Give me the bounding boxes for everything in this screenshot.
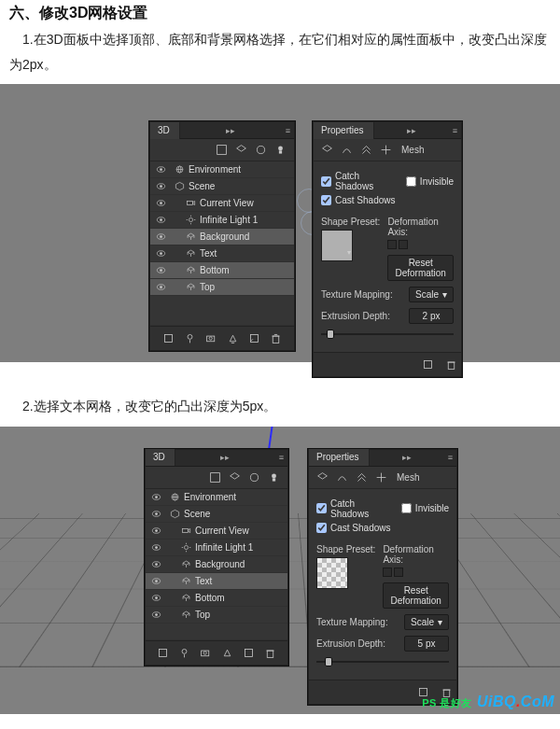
- visibility-eye-icon[interactable]: [154, 265, 167, 275]
- footer-light-icon[interactable]: [178, 647, 190, 659]
- footer-camera-icon[interactable]: [205, 332, 217, 344]
- panel-properties-tab[interactable]: Properties: [309, 449, 370, 466]
- panel-properties[interactable]: Properties ▸▸ ≡ Mesh Catch Shadows Invis…: [308, 449, 457, 705]
- visibility-eye-icon[interactable]: [149, 526, 162, 536]
- extrusion-depth-slider[interactable]: [321, 329, 454, 339]
- panel-3d-tab[interactable]: 3D: [146, 449, 175, 466]
- footer-light-icon[interactable]: [184, 332, 196, 344]
- layer-row-scene[interactable]: Scene: [150, 178, 294, 195]
- axis-anchor-icon[interactable]: [387, 240, 397, 249]
- prop-mesh-icon[interactable]: [321, 144, 333, 156]
- visibility-eye-icon[interactable]: [149, 559, 162, 569]
- panel-menu-icon[interactable]: ≡: [453, 126, 457, 135]
- invisible-checkbox[interactable]: Invisible: [401, 503, 449, 513]
- filter-all-icon[interactable]: [209, 471, 221, 484]
- axis-anchor-icon[interactable]: [383, 568, 392, 577]
- footer-new-icon[interactable]: [248, 332, 260, 344]
- visibility-eye-icon[interactable]: [154, 215, 167, 225]
- catch-shadows-checkbox[interactable]: Catch Shadows: [321, 171, 391, 191]
- layer-row-bottom[interactable]: Bottom: [150, 262, 294, 279]
- filter-mesh-icon[interactable]: [229, 471, 241, 484]
- cast-shadows-checkbox[interactable]: Cast Shadows: [321, 195, 395, 205]
- layer-row-environment[interactable]: Environment: [146, 489, 287, 506]
- visibility-eye-icon[interactable]: [149, 542, 162, 553]
- layer-row-infinite-light-1[interactable]: Infinite Light 1: [146, 540, 287, 556]
- filter-material-icon[interactable]: [255, 144, 267, 156]
- footer-render-icon[interactable]: [157, 647, 169, 659]
- extrusion-depth-input[interactable]: 2 px: [409, 308, 454, 324]
- deformation-axis-label: Deformation Axis:: [387, 217, 454, 237]
- visibility-eye-icon[interactable]: [154, 181, 167, 191]
- prop-mesh-icon[interactable]: [316, 471, 329, 484]
- panel-menu-icon[interactable]: ≡: [279, 453, 284, 462]
- footer-render-icon[interactable]: [162, 332, 175, 344]
- panel-collapse-icon[interactable]: ▸▸: [407, 126, 416, 135]
- prop-deform-icon[interactable]: [341, 144, 353, 156]
- layer-row-current-view[interactable]: Current View: [146, 523, 287, 540]
- layer-row-top[interactable]: Top: [150, 279, 294, 296]
- axis-anchor-icon[interactable]: [399, 240, 408, 249]
- footer-trash-icon[interactable]: [264, 647, 276, 659]
- footer-trash-icon[interactable]: [445, 358, 457, 371]
- visibility-eye-icon[interactable]: [149, 492, 162, 502]
- layer-row-background[interactable]: Background: [146, 556, 287, 573]
- visibility-eye-icon[interactable]: [149, 593, 162, 603]
- panel-3d[interactable]: 3D ▸▸ ≡ EnvironmentSceneCurrent ViewInfi…: [145, 449, 288, 666]
- visibility-eye-icon[interactable]: [154, 248, 167, 259]
- reset-deformation-button[interactable]: Reset Deformation: [383, 582, 449, 609]
- panel-collapse-icon[interactable]: ▸▸: [220, 453, 230, 462]
- shape-preset-dropdown-icon[interactable]: ▾: [347, 230, 351, 261]
- panel-menu-icon[interactable]: ≡: [448, 453, 453, 462]
- prop-cap-icon[interactable]: [360, 144, 372, 156]
- visibility-eye-icon[interactable]: [149, 610, 162, 620]
- footer-camera-icon[interactable]: [200, 647, 212, 659]
- visibility-eye-icon[interactable]: [154, 198, 167, 208]
- layer-row-bottom[interactable]: Bottom: [146, 590, 287, 607]
- layer-row-current-view[interactable]: Current View: [150, 195, 294, 212]
- reset-deformation-button[interactable]: Reset Deformation: [387, 255, 454, 281]
- texture-mapping-select[interactable]: Scale▾: [409, 287, 454, 302]
- panel-3d-tab[interactable]: 3D: [150, 122, 180, 139]
- panel-properties-tab[interactable]: Properties: [314, 122, 374, 139]
- visibility-eye-icon[interactable]: [149, 509, 162, 519]
- layer-row-text[interactable]: Text: [150, 245, 294, 262]
- visibility-eye-icon[interactable]: [154, 282, 167, 292]
- layer-row-environment[interactable]: Environment: [150, 161, 294, 178]
- filter-all-icon[interactable]: [216, 144, 228, 156]
- visibility-eye-icon[interactable]: [154, 231, 167, 242]
- shape-preset-dropdown-icon[interactable]: ▾: [343, 557, 346, 589]
- axis-anchor-icon[interactable]: [394, 568, 403, 577]
- invisible-checkbox[interactable]: Invisible: [406, 176, 454, 187]
- cast-shadows-checkbox[interactable]: Cast Shadows: [316, 523, 390, 533]
- prop-coord-icon[interactable]: [380, 144, 392, 156]
- extrusion-depth-slider[interactable]: [316, 657, 449, 666]
- layer-row-text[interactable]: Text: [146, 573, 287, 590]
- layer-row-background[interactable]: Background: [150, 229, 294, 245]
- filter-mesh-icon[interactable]: [235, 144, 247, 156]
- layer-row-infinite-light-1[interactable]: Infinite Light 1: [150, 212, 294, 229]
- prop-deform-icon[interactable]: [336, 471, 348, 484]
- panel-tab-row: 3D ▸▸ ≡: [146, 450, 287, 467]
- texture-mapping-select[interactable]: Scale▾: [404, 614, 449, 630]
- catch-shadows-checkbox[interactable]: Catch Shadows: [316, 498, 386, 519]
- panel-collapse-icon[interactable]: ▸▸: [226, 126, 235, 135]
- panel-properties[interactable]: Properties ▸▸ ≡ Mesh Catch Shadows Invis…: [313, 121, 462, 377]
- extrusion-depth-input[interactable]: 5 px: [404, 636, 449, 652]
- prop-coord-icon[interactable]: [375, 471, 387, 484]
- layer-row-scene[interactable]: Scene: [146, 506, 287, 523]
- footer-add-icon[interactable]: [221, 647, 233, 659]
- filter-material-icon[interactable]: [248, 471, 260, 484]
- visibility-eye-icon[interactable]: [149, 576, 162, 586]
- layer-row-top[interactable]: Top: [146, 607, 287, 624]
- footer-new-icon[interactable]: [243, 647, 255, 659]
- footer-trash-icon[interactable]: [270, 332, 282, 344]
- footer-add-icon[interactable]: [227, 332, 239, 344]
- panel-menu-icon[interactable]: ≡: [286, 126, 290, 135]
- visibility-eye-icon[interactable]: [154, 164, 167, 175]
- filter-light-icon[interactable]: [268, 471, 280, 484]
- prop-cap-icon[interactable]: [356, 471, 368, 484]
- panel-collapse-icon[interactable]: ▸▸: [402, 453, 412, 462]
- panel-3d[interactable]: 3D ▸▸ ≡ EnvironmentSceneCurrent ViewInfi…: [149, 121, 295, 351]
- filter-light-icon[interactable]: [274, 144, 287, 156]
- footer-render-icon[interactable]: [422, 358, 434, 371]
